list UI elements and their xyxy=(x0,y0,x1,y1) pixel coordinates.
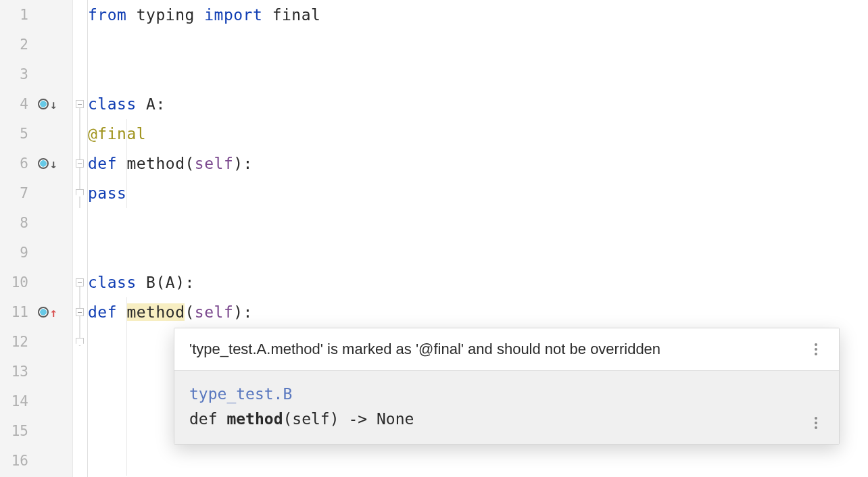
fold-toggle[interactable] xyxy=(76,278,84,286)
line-number: 9 xyxy=(0,245,31,261)
keyword-pass: pass xyxy=(88,184,126,202)
line-number: 15 xyxy=(0,423,31,439)
keyword-class: class xyxy=(88,274,146,291)
class-name: A xyxy=(146,95,155,113)
code-line[interactable]: @final xyxy=(88,119,868,149)
line-number: 11 xyxy=(0,304,31,320)
arrow-up-icon: ↑ xyxy=(50,307,57,319)
line-number: 12 xyxy=(0,334,31,350)
keyword-def: def xyxy=(88,303,126,321)
code-line[interactable] xyxy=(88,238,868,268)
fold-column xyxy=(73,0,88,477)
keyword-class: class xyxy=(88,95,146,113)
rparen-colon: ): xyxy=(233,155,253,172)
code-line[interactable]: class B(A): xyxy=(88,268,868,297)
line-number: 16 xyxy=(0,453,31,469)
tooltip-qualified-name: type_test.B xyxy=(189,382,808,407)
code-line[interactable]: pass xyxy=(88,178,868,208)
line-number: 5 xyxy=(0,126,31,142)
line-number: 6 xyxy=(0,155,31,172)
code-line[interactable]: def method(self): xyxy=(88,149,868,178)
lparen: ( xyxy=(185,303,194,321)
self-param: self xyxy=(195,155,233,172)
line-number: 13 xyxy=(0,363,31,380)
arrow-down-icon: ↓ xyxy=(50,99,57,111)
decorator: @final xyxy=(88,125,146,143)
code-line[interactable] xyxy=(88,208,868,238)
arrow-down-icon: ↓ xyxy=(50,158,57,170)
tooltip-warning-row: 'type_test.A.method' is marked as '@fina… xyxy=(174,328,839,371)
code-line[interactable] xyxy=(88,30,868,59)
fold-end-icon xyxy=(76,189,84,197)
tooltip-signature: def method(self) -> None xyxy=(189,407,808,432)
line-number: 10 xyxy=(0,274,31,291)
code-line[interactable]: class A: xyxy=(88,89,868,119)
keyword-import: import xyxy=(204,6,272,24)
rparen-colon: ): xyxy=(233,303,253,321)
lparen: ( xyxy=(155,274,165,291)
base-class: A xyxy=(166,274,175,291)
overrides-icon[interactable] xyxy=(38,307,49,318)
line-number: 14 xyxy=(0,393,31,409)
inspection-tooltip: 'type_test.A.method' is marked as '@fina… xyxy=(174,328,840,445)
self-param: self xyxy=(195,303,233,321)
keyword-from: from xyxy=(88,6,137,24)
fold-end-icon xyxy=(76,338,84,346)
fold-toggle[interactable] xyxy=(76,100,84,108)
overridable-icon[interactable] xyxy=(38,158,49,169)
method-name-highlighted: method xyxy=(126,303,185,321)
line-number: 4 xyxy=(0,96,31,112)
tooltip-warning-text: 'type_test.A.method' is marked as '@fina… xyxy=(189,341,808,358)
fold-toggle[interactable] xyxy=(76,308,84,316)
fold-toggle[interactable] xyxy=(76,159,84,168)
module-name: typing xyxy=(137,6,204,24)
code-line[interactable] xyxy=(88,59,868,89)
gutter: 1 2 3 4 ↓ 5 6 ↓ 7 8 9 10 11 ↑ 12 13 14 xyxy=(0,0,73,477)
lparen: ( xyxy=(185,155,194,172)
line-number: 2 xyxy=(0,36,31,53)
keyword-def: def xyxy=(88,155,126,172)
overridable-icon[interactable] xyxy=(38,99,49,109)
line-number: 7 xyxy=(0,185,31,201)
line-number: 8 xyxy=(0,215,31,231)
line-number: 1 xyxy=(0,7,31,23)
more-actions-icon[interactable] xyxy=(808,343,824,355)
colon: : xyxy=(155,95,165,113)
tooltip-signature-row: type_test.B def method(self) -> None xyxy=(174,371,839,444)
rparen-colon: ): xyxy=(175,274,195,291)
code-line[interactable] xyxy=(88,446,868,476)
more-actions-icon[interactable] xyxy=(808,417,824,429)
line-number: 3 xyxy=(0,66,31,82)
code-line[interactable]: def method(self): xyxy=(88,297,868,327)
code-line[interactable]: from typing import final xyxy=(88,0,868,30)
method-name: method xyxy=(126,155,185,172)
imported-name: final xyxy=(272,6,321,24)
class-name: B xyxy=(146,274,155,291)
